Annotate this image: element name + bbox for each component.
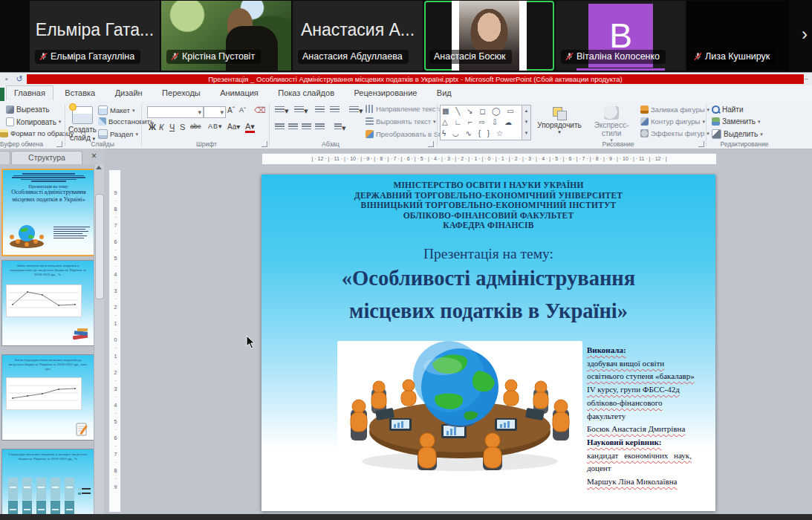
paragraph-dialog-launcher[interactable]	[428, 141, 434, 147]
participant-tile-4-active-speaker[interactable]: Анастасія Босюк	[424, 1, 554, 71]
tab-perekhody[interactable]: Переходы	[154, 85, 209, 100]
numbering-icon	[294, 106, 304, 114]
text-direction-button[interactable]: Направление текста▾	[366, 105, 448, 113]
shadow-button[interactable]: S	[180, 123, 185, 131]
justify-button[interactable]	[315, 123, 325, 132]
tab-vstavka[interactable]: Вставка	[56, 85, 103, 100]
close-panel-icon[interactable]: ×	[88, 151, 100, 162]
shapes-row-1[interactable]: ▩ ╲ ↘ ◻ ◯ ▭	[442, 105, 522, 117]
align-center-button[interactable]	[288, 123, 298, 132]
italic-button[interactable]: К	[159, 123, 163, 131]
slide-clipart-box	[337, 341, 582, 479]
select-button[interactable]: Выделить▾	[712, 129, 763, 139]
shapes-more-icon[interactable]: ▼	[522, 128, 530, 139]
shapes-scroll-up-icon[interactable]: ▲	[522, 105, 530, 117]
tab-glavnaya[interactable]: Главная	[6, 85, 53, 100]
layout-button[interactable]: Макет▾	[98, 105, 134, 115]
slide-editing-area[interactable]: МІНІСТЕРСТВО ОСВІТИ І НАУКИ УКРАЇНИ ДЕРЖ…	[262, 175, 715, 511]
scrollbar-thumb[interactable]	[95, 194, 104, 299]
participant-big-name: Анастасия А...	[293, 20, 423, 40]
font-dialog-launcher[interactable]	[262, 141, 267, 147]
shapes-gallery-scrollbar[interactable]: ▲ ▼ ▼	[522, 105, 531, 140]
group-label-slides: Слайды	[65, 140, 140, 148]
grow-font-button[interactable]: Аˆ	[227, 106, 235, 114]
cut-button[interactable]: Вырезать	[6, 105, 49, 114]
shape-fill-button[interactable]: Заливка фигуры▾	[640, 105, 709, 114]
shapes-gallery[interactable]: ▩ ╲ ↘ ◻ ◯ ▭ △ ∟ ⌐ ⇨ ⇩ ☁ ϟ ◡ ∿ { } ☆	[440, 105, 524, 140]
scroll-up-icon[interactable]	[96, 166, 102, 169]
new-slide-icon	[72, 106, 93, 124]
tab-dizayn[interactable]: Дизайн	[107, 85, 151, 100]
text-direction-icon	[366, 105, 374, 113]
bottom-bar	[0, 514, 812, 520]
slides-tab-partial[interactable]	[0, 151, 10, 165]
thumbnail-slide-preview: Презентація на тему: Особливості адмініс…	[3, 170, 94, 255]
numbering-button[interactable]: ▾	[294, 106, 308, 116]
find-button[interactable]: Найти	[712, 105, 744, 114]
tab-pokaz-slaydov[interactable]: Показ слайдов	[270, 85, 342, 100]
align-right-button[interactable]	[302, 123, 311, 132]
copy-button[interactable]: Копировать▾	[6, 117, 61, 126]
replace-icon	[712, 117, 720, 126]
align-text-button[interactable]: Выровнять текст▾	[366, 117, 436, 126]
clipboard-dialog-launcher[interactable]	[56, 141, 62, 147]
copy-icon	[6, 117, 14, 126]
underline-button[interactable]: Ч	[169, 123, 175, 131]
reset-button[interactable]: Восстановить	[98, 117, 154, 126]
bullets-button[interactable]: ▾	[275, 106, 289, 116]
bold-button[interactable]: Ж	[149, 123, 156, 131]
participant-name: Анастасія Босюк	[434, 51, 506, 62]
shape-outline-button[interactable]: Контур фигуры▾	[640, 117, 705, 126]
muted-mic-icon	[39, 52, 48, 61]
line-spacing-button[interactable]: ▾	[349, 106, 363, 116]
tab-vid[interactable]: Вид	[429, 85, 460, 100]
thumbnails-scrollbar[interactable]	[94, 164, 104, 514]
tab-retsenzirovanie[interactable]: Рецензирование	[345, 85, 425, 100]
shape-effects-button[interactable]: Эффекты фигур▾	[640, 129, 709, 137]
participant-tile-6[interactable]: Лиза Кушнирук	[687, 1, 790, 71]
file-tab[interactable]	[0, 88, 4, 101]
clear-formatting-button[interactable]: ⌫	[254, 105, 266, 115]
tab-animatsiya[interactable]: Анимация	[212, 85, 267, 100]
participant-tile-2[interactable]: Крістіна Пустовіт	[161, 1, 291, 71]
format-painter-button[interactable]: Формат по образцу	[0, 129, 74, 137]
font-color-button[interactable]: А▾	[245, 123, 255, 133]
increase-indent-button[interactable]	[330, 106, 340, 115]
participant-tile-1[interactable]: Ельміра Гата... Ельміра Гатаулліна	[30, 1, 160, 71]
thumb-author-block	[52, 225, 91, 240]
undo-icon[interactable]: ↺	[15, 74, 24, 83]
slide-thumbnail-1-selected[interactable]: Презентація на тему: Особливості адмініс…	[1, 169, 96, 256]
tab-structure[interactable]: Структура	[11, 151, 82, 164]
more-participants-arrow[interactable]: ›	[802, 24, 808, 45]
slide-thumbnail-4[interactable]: Структура місцевих податків у доходах зв…	[1, 449, 94, 516]
horizontal-ruler: | · 12 · | · 11 · | · 10 · | · 9 · | · 8…	[262, 153, 717, 165]
shrink-font-button[interactable]: Аˇ	[239, 106, 246, 114]
font-family-select[interactable]: ▾	[147, 106, 204, 118]
strikethrough-button[interactable]: abc	[190, 123, 201, 130]
align-left-button[interactable]	[275, 123, 285, 132]
shapes-scroll-down-icon[interactable]: ▼	[522, 117, 530, 128]
decrease-indent-button[interactable]	[315, 106, 325, 115]
new-slide-button[interactable]: Создать слайд ▾	[68, 106, 97, 142]
save-icon[interactable]: ▪	[2, 74, 11, 83]
arrange-button[interactable]: Упорядочить▾	[536, 106, 582, 135]
minimize-button[interactable]: –	[805, 74, 811, 83]
quick-styles-button[interactable]: Экспресс-стили▾	[585, 106, 637, 143]
participant-name-badge: Анастасия Абдуллаева	[298, 50, 409, 64]
slide-thumbnail-3[interactable]: Зміна надходженням місцевих податків до …	[1, 354, 94, 441]
section-button[interactable]: Раздел▾	[98, 129, 138, 139]
columns-button[interactable]: ▾	[334, 123, 346, 133]
drawing-dialog-launcher[interactable]	[698, 141, 704, 147]
change-case-button[interactable]: Аа▾	[227, 123, 240, 131]
character-spacing-button[interactable]: АВ▾	[208, 123, 223, 130]
replace-button[interactable]: Заменить▾	[712, 117, 760, 126]
shapes-row-2[interactable]: △ ∟ ⌐ ⇨ ⇩ ☁	[442, 117, 522, 128]
font-size-select[interactable]: ▾	[204, 106, 226, 118]
participant-tile-3[interactable]: Анастасия А... Анастасия Абдуллаева	[293, 1, 423, 71]
participant-tile-5[interactable]: B Віталіна Колосенко	[556, 1, 686, 71]
shapes-row-3[interactable]: ϟ ◡ ∿ { } ☆	[442, 128, 522, 139]
slide-institution-header: МІНІСТЕРСТВО ОСВІТИ І НАУКИ УКРАЇНИ ДЕРЖ…	[262, 181, 715, 231]
slide-thumbnail-2[interactable]: Зміна питомої ваги місцевих податків у н…	[1, 260, 94, 346]
participant-name-badge: Крістіна Пустовіт	[166, 50, 261, 64]
globe-table-clipart	[337, 341, 582, 479]
